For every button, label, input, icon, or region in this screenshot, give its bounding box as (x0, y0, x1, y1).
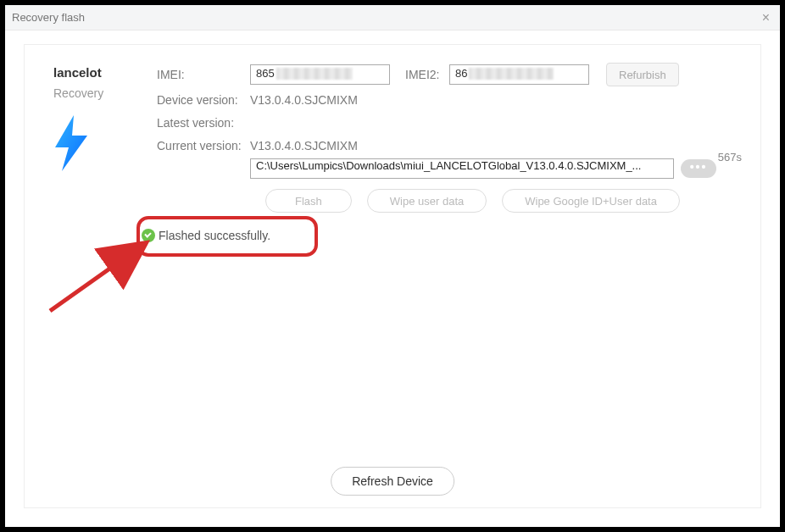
action-buttons: Flash Wipe user data Wipe Google ID+User… (157, 189, 743, 213)
content-panel: lancelot Recovery IMEI: 865 IMEI2: (24, 44, 761, 508)
imei-value-prefix: 865 (256, 65, 275, 82)
imei-row: IMEI: 865 IMEI2: 86 Refurbish (157, 63, 743, 86)
current-version-row: Current version: V13.0.4.0.SJCMIXM (157, 136, 743, 155)
close-icon[interactable]: × (759, 10, 773, 25)
imei-label: IMEI: (157, 68, 250, 81)
lightning-icon (50, 114, 92, 173)
browse-button[interactable]: ••• (681, 159, 716, 178)
current-version-label: Current version: (157, 139, 250, 152)
svg-marker-0 (55, 115, 87, 171)
device-version-value: V13.0.4.0.SJCMIXM (250, 93, 358, 107)
device-version-row: Device version: V13.0.4.0.SJCMIXM (157, 90, 743, 109)
wipe-user-data-button[interactable]: Wipe user data (367, 189, 487, 213)
redacted-block (276, 68, 353, 80)
path-row: C:\Users\Lumpics\Downloads\miui_LANCELOT… (157, 158, 743, 179)
latest-version-label: Latest version: (157, 116, 250, 130)
redacted-block (469, 68, 554, 80)
elapsed-timer: 567s (718, 151, 742, 163)
status-area: Flashed successfully. (142, 229, 270, 242)
device-column: lancelot Recovery (53, 65, 138, 175)
refresh-device-button[interactable]: Refresh Device (331, 467, 454, 496)
status-line: Flashed successfully. (142, 229, 270, 242)
device-version-label: Device version: (157, 93, 250, 107)
device-name: lancelot (53, 65, 138, 80)
imei-input[interactable]: 865 (250, 64, 390, 85)
imei2-label: IMEI2: (405, 68, 449, 81)
window-frame: Recovery flash × lancelot Recovery IMEI: (5, 5, 780, 527)
rom-path-input[interactable]: C:\Users\Lumpics\Downloads\miui_LANCELOT… (250, 158, 674, 179)
info-grid: IMEI: 865 IMEI2: 86 Refurbish Device ver… (157, 63, 743, 213)
flash-button[interactable]: Flash (265, 189, 352, 213)
status-message: Flashed successfully. (159, 229, 270, 242)
refurbish-button[interactable]: Refurbish (606, 63, 679, 86)
latest-version-row: Latest version: (157, 113, 743, 132)
imei2-value-prefix: 86 (455, 65, 467, 82)
annotation-arrow (43, 235, 162, 319)
device-mode: Recovery (53, 86, 138, 100)
svg-line-1 (50, 245, 143, 311)
window-title: Recovery flash (12, 11, 85, 24)
imei2-input[interactable]: 86 (449, 64, 589, 85)
wipe-google-id-button[interactable]: Wipe Google ID+User data (502, 189, 680, 213)
current-version-value: V13.0.4.0.SJCMIXM (250, 139, 358, 152)
success-check-icon (142, 229, 155, 242)
titlebar: Recovery flash × (5, 5, 780, 30)
